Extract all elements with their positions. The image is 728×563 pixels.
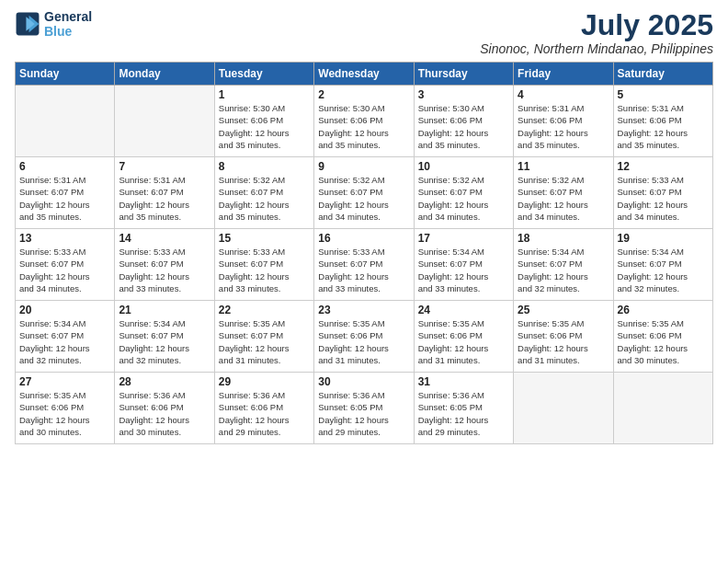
calendar-cell: 5Sunrise: 5:31 AM Sunset: 6:06 PM Daylig…	[613, 86, 712, 157]
day-info: Sunrise: 5:32 AM Sunset: 6:07 PM Dayligh…	[219, 174, 310, 223]
day-info: Sunrise: 5:31 AM Sunset: 6:07 PM Dayligh…	[119, 174, 210, 223]
day-number: 26	[618, 304, 709, 316]
day-info: Sunrise: 5:31 AM Sunset: 6:06 PM Dayligh…	[518, 102, 609, 151]
calendar-cell: 18Sunrise: 5:34 AM Sunset: 6:07 PM Dayli…	[514, 229, 613, 301]
calendar-cell: 2Sunrise: 5:30 AM Sunset: 6:06 PM Daylig…	[314, 86, 414, 157]
day-number: 27	[19, 375, 110, 388]
calendar-cell: 12Sunrise: 5:33 AM Sunset: 6:07 PM Dayli…	[613, 157, 712, 229]
day-number: 11	[518, 160, 609, 173]
calendar-cell: 15Sunrise: 5:33 AM Sunset: 6:07 PM Dayli…	[214, 229, 313, 301]
day-number: 19	[618, 232, 709, 245]
day-info: Sunrise: 5:31 AM Sunset: 6:06 PM Dayligh…	[618, 102, 709, 151]
calendar-cell: 17Sunrise: 5:34 AM Sunset: 6:07 PM Dayli…	[414, 229, 513, 301]
calendar-cell: 25Sunrise: 5:35 AM Sunset: 6:06 PM Dayli…	[514, 301, 613, 373]
calendar-header-row: SundayMondayTuesdayWednesdayThursdayFrid…	[16, 63, 713, 86]
calendar-cell: 3Sunrise: 5:30 AM Sunset: 6:06 PM Daylig…	[414, 86, 513, 157]
calendar-header-thursday: Thursday	[414, 63, 513, 86]
calendar-cell: 6Sunrise: 5:31 AM Sunset: 6:07 PM Daylig…	[16, 157, 115, 229]
day-number: 14	[119, 232, 210, 245]
subtitle: Sinonoc, Northern Mindanao, Philippines	[480, 41, 713, 56]
calendar-header-tuesday: Tuesday	[214, 63, 313, 86]
calendar-header-monday: Monday	[115, 63, 214, 86]
day-info: Sunrise: 5:31 AM Sunset: 6:07 PM Dayligh…	[19, 174, 110, 223]
calendar-header-wednesday: Wednesday	[314, 63, 414, 86]
calendar-cell: 8Sunrise: 5:32 AM Sunset: 6:07 PM Daylig…	[214, 157, 313, 229]
calendar-cell	[115, 86, 214, 157]
day-info: Sunrise: 5:30 AM Sunset: 6:06 PM Dayligh…	[418, 102, 509, 151]
day-info: Sunrise: 5:33 AM Sunset: 6:07 PM Dayligh…	[318, 246, 409, 294]
day-info: Sunrise: 5:32 AM Sunset: 6:07 PM Dayligh…	[518, 174, 609, 223]
day-number: 5	[618, 88, 709, 101]
day-info: Sunrise: 5:35 AM Sunset: 6:06 PM Dayligh…	[19, 389, 110, 438]
day-info: Sunrise: 5:36 AM Sunset: 6:06 PM Dayligh…	[219, 389, 310, 438]
logo: General Blue	[15, 9, 92, 39]
day-number: 31	[418, 375, 509, 388]
day-info: Sunrise: 5:33 AM Sunset: 6:07 PM Dayligh…	[19, 246, 110, 294]
day-number: 1	[219, 88, 310, 101]
day-info: Sunrise: 5:35 AM Sunset: 6:06 PM Dayligh…	[518, 317, 609, 366]
calendar-cell: 21Sunrise: 5:34 AM Sunset: 6:07 PM Dayli…	[115, 301, 214, 373]
day-info: Sunrise: 5:35 AM Sunset: 6:07 PM Dayligh…	[219, 317, 310, 366]
calendar-cell: 22Sunrise: 5:35 AM Sunset: 6:07 PM Dayli…	[214, 301, 313, 373]
calendar-cell: 23Sunrise: 5:35 AM Sunset: 6:06 PM Dayli…	[314, 301, 414, 373]
calendar-cell: 28Sunrise: 5:36 AM Sunset: 6:06 PM Dayli…	[115, 373, 214, 444]
calendar-cell: 24Sunrise: 5:35 AM Sunset: 6:06 PM Dayli…	[414, 301, 513, 373]
calendar-cell: 29Sunrise: 5:36 AM Sunset: 6:06 PM Dayli…	[214, 373, 313, 444]
calendar-cell: 7Sunrise: 5:31 AM Sunset: 6:07 PM Daylig…	[115, 157, 214, 229]
calendar-cell: 9Sunrise: 5:32 AM Sunset: 6:07 PM Daylig…	[314, 157, 414, 229]
calendar-header-friday: Friday	[514, 63, 613, 86]
day-info: Sunrise: 5:33 AM Sunset: 6:07 PM Dayligh…	[219, 246, 310, 294]
day-number: 17	[418, 232, 509, 245]
day-info: Sunrise: 5:35 AM Sunset: 6:06 PM Dayligh…	[618, 317, 709, 366]
day-number: 7	[119, 160, 210, 173]
day-info: Sunrise: 5:36 AM Sunset: 6:05 PM Dayligh…	[418, 389, 509, 438]
day-number: 20	[19, 304, 110, 316]
day-info: Sunrise: 5:36 AM Sunset: 6:06 PM Dayligh…	[119, 389, 210, 438]
calendar-week-3: 13Sunrise: 5:33 AM Sunset: 6:07 PM Dayli…	[16, 229, 713, 301]
day-info: Sunrise: 5:35 AM Sunset: 6:06 PM Dayligh…	[318, 317, 409, 366]
title-block: July 2025 Sinonoc, Northern Mindanao, Ph…	[480, 9, 713, 56]
day-number: 6	[19, 160, 110, 173]
calendar-cell: 31Sunrise: 5:36 AM Sunset: 6:05 PM Dayli…	[414, 373, 513, 444]
calendar-cell	[613, 373, 712, 444]
day-number: 16	[318, 232, 409, 245]
day-number: 24	[418, 304, 509, 316]
calendar-cell: 20Sunrise: 5:34 AM Sunset: 6:07 PM Dayli…	[16, 301, 115, 373]
logo-icon	[15, 11, 40, 37]
calendar-cell: 26Sunrise: 5:35 AM Sunset: 6:06 PM Dayli…	[613, 301, 712, 373]
day-number: 9	[318, 160, 409, 173]
day-number: 2	[318, 88, 409, 101]
day-info: Sunrise: 5:34 AM Sunset: 6:07 PM Dayligh…	[19, 317, 110, 366]
day-info: Sunrise: 5:36 AM Sunset: 6:05 PM Dayligh…	[318, 389, 409, 438]
page: General Blue July 2025 Sinonoc, Northern…	[0, 0, 728, 563]
calendar-cell: 16Sunrise: 5:33 AM Sunset: 6:07 PM Dayli…	[314, 229, 414, 301]
day-info: Sunrise: 5:34 AM Sunset: 6:07 PM Dayligh…	[518, 246, 609, 294]
day-number: 18	[518, 232, 609, 245]
day-info: Sunrise: 5:30 AM Sunset: 6:06 PM Dayligh…	[219, 102, 310, 151]
day-info: Sunrise: 5:34 AM Sunset: 6:07 PM Dayligh…	[618, 246, 709, 294]
calendar-header-saturday: Saturday	[613, 63, 712, 86]
day-info: Sunrise: 5:33 AM Sunset: 6:07 PM Dayligh…	[119, 246, 210, 294]
day-number: 3	[418, 88, 509, 101]
calendar-cell: 11Sunrise: 5:32 AM Sunset: 6:07 PM Dayli…	[514, 157, 613, 229]
calendar: SundayMondayTuesdayWednesdayThursdayFrid…	[15, 62, 713, 444]
calendar-cell: 4Sunrise: 5:31 AM Sunset: 6:06 PM Daylig…	[514, 86, 613, 157]
day-number: 15	[219, 232, 310, 245]
day-number: 23	[318, 304, 409, 316]
calendar-week-1: 1Sunrise: 5:30 AM Sunset: 6:06 PM Daylig…	[16, 86, 713, 157]
logo-text: General Blue	[44, 9, 92, 39]
day-number: 22	[219, 304, 310, 316]
day-number: 8	[219, 160, 310, 173]
calendar-cell: 13Sunrise: 5:33 AM Sunset: 6:07 PM Dayli…	[16, 229, 115, 301]
day-number: 4	[518, 88, 609, 101]
day-number: 25	[518, 304, 609, 316]
calendar-cell	[16, 86, 115, 157]
calendar-cell	[514, 373, 613, 444]
calendar-week-2: 6Sunrise: 5:31 AM Sunset: 6:07 PM Daylig…	[16, 157, 713, 229]
day-info: Sunrise: 5:33 AM Sunset: 6:07 PM Dayligh…	[618, 174, 709, 223]
calendar-week-5: 27Sunrise: 5:35 AM Sunset: 6:06 PM Dayli…	[16, 373, 713, 444]
day-number: 29	[219, 375, 310, 388]
day-info: Sunrise: 5:34 AM Sunset: 6:07 PM Dayligh…	[119, 317, 210, 366]
day-number: 28	[119, 375, 210, 388]
calendar-week-4: 20Sunrise: 5:34 AM Sunset: 6:07 PM Dayli…	[16, 301, 713, 373]
